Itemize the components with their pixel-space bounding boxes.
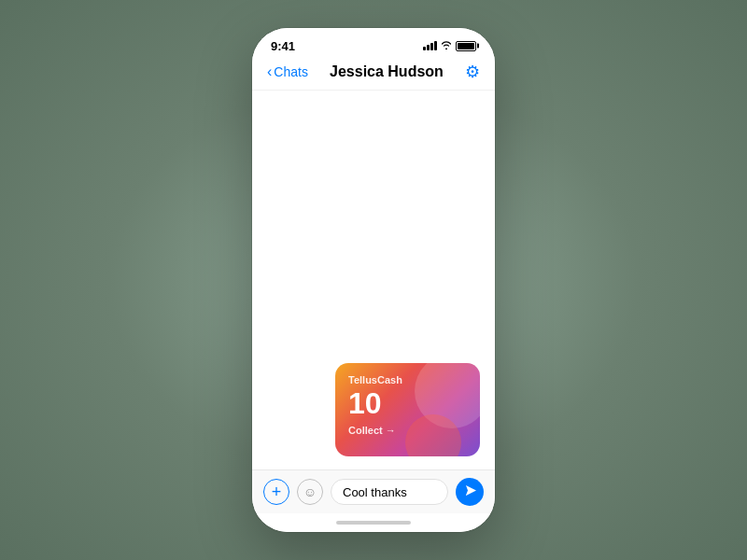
chat-title: Jessica Hudson [330, 63, 444, 80]
settings-gear-icon[interactable]: ⚙ [465, 62, 480, 82]
tellus-cash-card[interactable]: TellusCash 10 Collect → [335, 363, 480, 456]
home-bar [336, 521, 411, 525]
chat-area: TellusCash 10 Collect → [252, 91, 495, 469]
signal-bars-icon [423, 41, 437, 50]
status-bar: 9:41 [252, 28, 495, 58]
send-button[interactable] [456, 478, 484, 506]
back-label: Chats [274, 64, 308, 79]
card-collect-button[interactable]: Collect → [348, 425, 467, 436]
status-time: 9:41 [271, 39, 295, 53]
status-icons [423, 41, 476, 51]
send-icon [465, 484, 477, 499]
wifi-icon [441, 41, 452, 51]
emoji-icon: ☺ [303, 484, 317, 499]
back-chevron-icon: ‹ [267, 64, 272, 79]
input-bar: + ☺ [252, 469, 495, 513]
card-brand-label: TellusCash [348, 374, 467, 385]
back-button[interactable]: ‹ Chats [267, 64, 308, 79]
home-indicator [252, 513, 495, 532]
emoji-button[interactable]: ☺ [297, 479, 323, 505]
card-amount-value: 10 [348, 385, 467, 421]
phone-frame: 9:41 ‹ Chats Jessica Hudson ⚙ [252, 28, 495, 532]
add-attachment-button[interactable]: + [263, 479, 289, 505]
nav-bar: ‹ Chats Jessica Hudson ⚙ [252, 58, 495, 91]
message-input-wrap [331, 479, 448, 505]
message-input[interactable] [343, 485, 436, 499]
plus-icon: + [272, 483, 282, 500]
battery-icon [456, 41, 476, 51]
